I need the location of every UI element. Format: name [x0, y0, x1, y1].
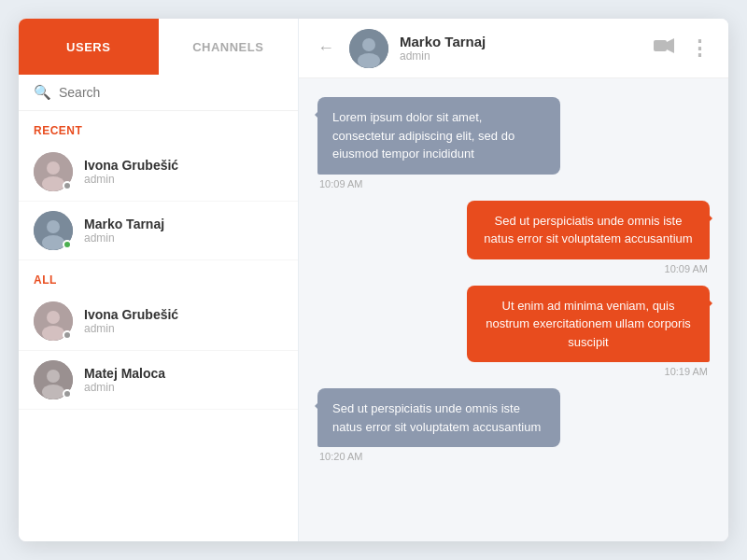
message-bubble-incoming: Sed ut perspiciatis unde omnis iste natu…	[317, 388, 560, 447]
avatar-wrapper	[34, 211, 73, 250]
header-avatar	[349, 29, 388, 68]
all-section-label: ALL	[19, 260, 298, 292]
tab-users-label: USERS	[66, 40, 110, 54]
message-time: 10:20 AM	[319, 451, 362, 462]
header-role: admin	[400, 49, 642, 63]
list-item[interactable]: Marko Tarnaj admin	[19, 202, 298, 260]
message-time: 10:09 AM	[319, 178, 362, 189]
recent-section-label: RECENT	[19, 111, 298, 143]
user-role: admin	[84, 173, 178, 186]
user-name: Ivona Grubešić	[84, 307, 178, 322]
user-name: Matej Maloca	[84, 366, 165, 381]
list-item[interactable]: Ivona Grubešić admin	[19, 143, 298, 202]
header-info: Marko Tarnaj admin	[400, 34, 642, 63]
tab-users[interactable]: USERS	[19, 19, 159, 75]
user-role: admin	[84, 231, 164, 245]
svg-point-1	[47, 161, 60, 175]
right-panel: ← Marko Tarnaj admin ⋮	[299, 19, 728, 541]
chat-messages: Lorem ipsum dolor sit amet, consectetur …	[299, 78, 728, 541]
user-name: Marko Tarnaj	[84, 217, 164, 231]
message-time: 10:09 AM	[665, 263, 708, 274]
status-indicator	[63, 240, 72, 249]
user-info: Marko Tarnaj admin	[84, 217, 164, 245]
more-options-icon[interactable]: ⋮	[689, 36, 710, 61]
message-text: Ut enim ad minima veniam, quis nostrum e…	[486, 299, 691, 349]
chat-header: ← Marko Tarnaj admin ⋮	[299, 19, 728, 78]
status-indicator	[63, 330, 72, 340]
svg-point-2	[42, 176, 64, 191]
svg-point-13	[362, 38, 375, 51]
svg-point-11	[42, 385, 64, 399]
message-group: Sed ut perspiciatis unde omnis iste natu…	[317, 388, 710, 462]
user-info: Matej Maloca admin	[84, 366, 165, 394]
user-info: Ivona Grubešić admin	[84, 307, 178, 335]
search-bar: 🔍	[19, 75, 298, 111]
list-item[interactable]: Matej Maloca admin	[19, 351, 298, 410]
message-group: Lorem ipsum dolor sit amet, consectetur …	[317, 97, 710, 189]
user-role: admin	[84, 322, 178, 335]
header-actions: ⋮	[654, 36, 710, 61]
message-bubble-outgoing: Sed ut perspiciatis unde omnis iste natu…	[467, 201, 710, 259]
status-indicator	[63, 181, 72, 190]
svg-point-4	[47, 220, 60, 233]
svg-rect-15	[654, 40, 667, 51]
message-text: Sed ut perspiciatis unde omnis iste natu…	[484, 214, 692, 246]
status-indicator	[63, 389, 72, 399]
back-arrow-icon[interactable]: ←	[317, 38, 334, 58]
message-bubble-outgoing: Ut enim ad minima veniam, quis nostrum e…	[467, 286, 710, 363]
message-text: Sed ut perspiciatis unde omnis iste natu…	[332, 401, 541, 434]
message-time: 10:19 AM	[665, 366, 708, 377]
tabs: USERS CHANNELS	[19, 19, 298, 75]
user-role: admin	[84, 381, 165, 394]
message-bubble-incoming: Lorem ipsum dolor sit amet, consectetur …	[317, 97, 560, 175]
video-call-icon[interactable]	[654, 38, 674, 58]
svg-point-8	[42, 326, 64, 341]
search-icon: 🔍	[34, 84, 51, 101]
tab-channels[interactable]: CHANNELS	[159, 19, 299, 75]
svg-marker-16	[667, 38, 674, 53]
avatar-wrapper	[34, 301, 73, 341]
search-input[interactable]	[59, 85, 283, 100]
message-group: Ut enim ad minima veniam, quis nostrum e…	[317, 286, 710, 378]
avatar-wrapper	[34, 360, 73, 399]
message-text: Lorem ipsum dolor sit amet, consectetur …	[332, 110, 514, 161]
user-name: Ivona Grubešić	[84, 158, 178, 173]
user-list: RECENT Ivona Grubešić admin	[19, 111, 298, 541]
avatar-wrapper	[34, 152, 73, 191]
left-panel: USERS CHANNELS 🔍 RECENT	[19, 19, 299, 541]
svg-point-5	[42, 235, 64, 250]
header-name: Marko Tarnaj	[400, 34, 642, 49]
message-group: Sed ut perspiciatis unde omnis iste natu…	[317, 201, 710, 274]
svg-point-14	[358, 53, 380, 68]
app-container: USERS CHANNELS 🔍 RECENT	[19, 19, 728, 541]
tab-channels-label: CHANNELS	[192, 40, 263, 54]
svg-point-10	[47, 370, 60, 383]
svg-point-7	[47, 311, 60, 324]
list-item[interactable]: Ivona Grubešić admin	[19, 292, 298, 351]
user-info: Ivona Grubešić admin	[84, 158, 178, 186]
